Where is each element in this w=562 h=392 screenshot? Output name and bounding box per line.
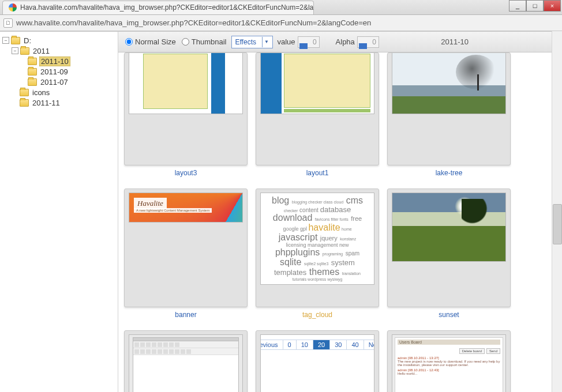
tree-node-2011-09[interactable]: 2011-09 [2, 66, 115, 77]
view-thumbnail-radio[interactable]: Thumbnail [182, 37, 227, 46]
tree-node-icons[interactable]: icons [2, 87, 115, 97]
slider-handle-icon[interactable] [299, 43, 308, 49]
breadcrumb: 2011-10 [441, 37, 469, 46]
effects-label: Effects [235, 38, 256, 46]
thumbnail-image [129, 334, 243, 392]
view-toolbar: Normal Size Thumbnail Effects ▼ value Al… [118, 32, 562, 52]
pager-page-active[interactable]: 20 [313, 340, 330, 349]
folder-icon [28, 58, 37, 65]
image-gallery: layout3 layout1 lake-tree Havalite A new… [118, 52, 562, 392]
window-maximize-button[interactable]: □ [526, 0, 544, 12]
site-info-icon[interactable]: 🗋 [3, 18, 13, 28]
pager-page[interactable]: 0 [283, 340, 297, 349]
collapse-icon[interactable]: − [12, 47, 18, 54]
effects-select[interactable]: Effects ▼ [231, 36, 273, 48]
pager-next[interactable]: Next [364, 340, 374, 349]
tree-node-2011-11[interactable]: 2011-11 [2, 97, 115, 108]
tree-label: 2011 [32, 47, 51, 55]
folder-icon [20, 47, 29, 55]
banner-subtitle: A new lightweight Content Management Sys… [134, 208, 212, 213]
slider-handle-icon[interactable] [359, 43, 367, 49]
tree-label: 2011-09 [39, 67, 69, 76]
view-normal-input[interactable] [125, 38, 133, 46]
tree-node-2011[interactable]: − 2011 [2, 46, 115, 56]
view-thumbnail-input[interactable] [182, 38, 189, 46]
view-normal-radio[interactable]: Normal Size [125, 37, 176, 46]
gallery-item-banner[interactable]: Havalite A new lightweight Content Manag… [124, 189, 248, 319]
tree-node-2011-10[interactable]: 2011-10 [2, 56, 115, 66]
pager-page[interactable]: 40 [347, 340, 364, 349]
gallery-caption[interactable]: tag_cloud [302, 311, 332, 319]
gallery-item-pager[interactable]: Previous 0 10 20 30 40 Next [256, 330, 379, 392]
chrome-favicon-icon [9, 3, 17, 12]
board-header: Users Board [398, 340, 500, 345]
thumbnail-image [260, 52, 374, 114]
tree-label-active: 2011-10 [39, 56, 70, 66]
gallery-item-sunset[interactable]: sunset [387, 189, 511, 319]
gallery-item-editor[interactable] [124, 330, 248, 392]
folder-icon [28, 68, 37, 76]
tree-root-label: D: [23, 36, 32, 45]
board-send-button: Send [486, 348, 500, 354]
folder-icon [20, 89, 29, 96]
thumbnail-image [129, 52, 243, 114]
scrollbar-thumb[interactable] [553, 204, 562, 244]
vertical-scrollbar[interactable] [552, 31, 562, 392]
view-thumbnail-label: Thumbnail [192, 37, 227, 46]
window-controls: _ □ × [509, 0, 561, 12]
window-close-button[interactable]: × [544, 0, 561, 12]
tab-title: Hava.havalite.com/havalite/hava_img_brow… [20, 3, 314, 12]
board-delete-button: Delete board [459, 348, 485, 354]
board-msg-body: Hello world... [398, 372, 500, 375]
thumbnail-image: Previous 0 10 20 30 40 Next [260, 334, 374, 392]
collapse-icon[interactable]: − [2, 37, 9, 44]
pager-page[interactable]: 10 [297, 340, 313, 349]
gallery-caption[interactable]: sunset [439, 311, 459, 319]
alpha-label: Alpha [336, 37, 355, 46]
pager-page[interactable]: 30 [330, 340, 347, 349]
address-bar: 🗋 www.havalite.com/havalite/hava_img_bro… [0, 15, 562, 31]
tree-label: 2011-11 [31, 99, 61, 107]
folder-icon [20, 99, 29, 107]
gallery-caption[interactable]: layout1 [306, 169, 329, 177]
value-label: value [278, 37, 295, 46]
gallery-item-lake-tree[interactable]: lake-tree [387, 52, 511, 177]
gallery-caption[interactable]: banner [175, 311, 196, 319]
folder-icon [11, 37, 20, 44]
tree-root[interactable]: − D: [2, 35, 115, 46]
gallery-item-board[interactable]: Users Board Delete boardSend admin [08.1… [387, 330, 511, 392]
tree-node-2011-07[interactable]: 2011-07 [2, 77, 115, 87]
window-minimize-button[interactable]: _ [509, 0, 526, 12]
thumbnail-image [392, 193, 506, 262]
gallery-item-layout1[interactable]: layout1 [256, 52, 379, 177]
banner-title: Havalite [134, 198, 167, 209]
gallery-caption[interactable]: layout3 [175, 169, 197, 177]
thumbnail-image: blog blogging checker class cloud cms ch… [260, 193, 374, 285]
thumbnail-image: Users Board Delete boardSend admin [08.1… [392, 334, 506, 392]
gallery-item-layout3[interactable]: layout3 [124, 52, 248, 177]
thumbnail-image: Havalite A new lightweight Content Manag… [129, 193, 243, 223]
folder-icon [28, 78, 37, 86]
tree-label: icons [31, 88, 51, 97]
gallery-item-tag-cloud[interactable]: blog blogging checker class cloud cms ch… [256, 189, 379, 319]
thumbnail-image [392, 52, 506, 114]
pagination[interactable]: Previous 0 10 20 30 40 Next [260, 340, 374, 350]
browser-tab-strip: Hava.havalite.com/havalite/hava_img_brow… [0, 0, 562, 15]
address-text[interactable]: www.havalite.com/havalite/hava_img_brows… [16, 18, 371, 27]
browser-tab[interactable]: Hava.havalite.com/havalite/hava_img_brow… [2, 1, 314, 14]
chevron-down-icon: ▼ [262, 37, 271, 47]
pager-prev[interactable]: Previous [260, 340, 283, 349]
tree-label: 2011-07 [39, 78, 69, 86]
folder-tree: − D: − 2011 2011-10 2011-09 2011-07 icon… [0, 32, 118, 392]
gallery-caption[interactable]: lake-tree [436, 169, 463, 177]
view-normal-label: Normal Size [135, 37, 176, 46]
board-msg-body: The new project is now ready to download… [398, 360, 500, 367]
